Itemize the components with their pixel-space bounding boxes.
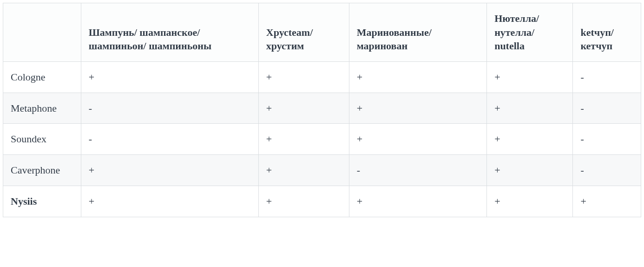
cell: + (349, 186, 486, 217)
cell: + (487, 62, 573, 93)
col-header-4: Нютелла/ нутелла/ nutella (487, 3, 573, 62)
cell: + (349, 62, 486, 93)
table-row: Metaphone-+++- (3, 93, 641, 124)
cell: - (81, 93, 258, 124)
cell: - (573, 124, 641, 155)
comparison-table: Шампунь/ шампанское/ шампиньон/ шампиньо… (3, 3, 641, 217)
cell: + (81, 155, 258, 186)
cell: + (487, 155, 573, 186)
col-header-5: ketчуп/ кетчуп (573, 3, 641, 62)
table-body: Cologne++++-Metaphone-+++-Soundex-+++-Ca… (3, 62, 641, 217)
cell: - (573, 93, 641, 124)
cell: - (573, 62, 641, 93)
cell: + (81, 186, 258, 217)
row-label: Nysiis (3, 186, 81, 217)
cell: + (349, 124, 486, 155)
cell: + (349, 93, 486, 124)
cell: - (349, 155, 486, 186)
row-label: Cologne (3, 62, 81, 93)
col-header-1: Шампунь/ шампанское/ шампиньон/ шампиньо… (81, 3, 258, 62)
cell: + (258, 124, 349, 155)
cell: - (81, 124, 258, 155)
cell: + (81, 62, 258, 93)
cell: - (573, 155, 641, 186)
cell: + (487, 124, 573, 155)
table-row: Cologne++++- (3, 62, 641, 93)
col-header-empty (3, 3, 81, 62)
row-label: Metaphone (3, 93, 81, 124)
table-header: Шампунь/ шампанское/ шампиньон/ шампиньо… (3, 3, 641, 62)
row-label: Soundex (3, 124, 81, 155)
cell: + (487, 186, 573, 217)
row-label: Caverphone (3, 155, 81, 186)
cell: + (258, 93, 349, 124)
cell: + (258, 186, 349, 217)
col-header-2: Хрусteam/ хрустим (258, 3, 349, 62)
cell: + (487, 93, 573, 124)
cell: + (573, 186, 641, 217)
table-row: Nysiis+++++ (3, 186, 641, 217)
cell: + (258, 155, 349, 186)
table-row: Soundex-+++- (3, 124, 641, 155)
table-row: Caverphone++-+- (3, 155, 641, 186)
col-header-3: Маринованные/ маринован (349, 3, 486, 62)
cell: + (258, 62, 349, 93)
